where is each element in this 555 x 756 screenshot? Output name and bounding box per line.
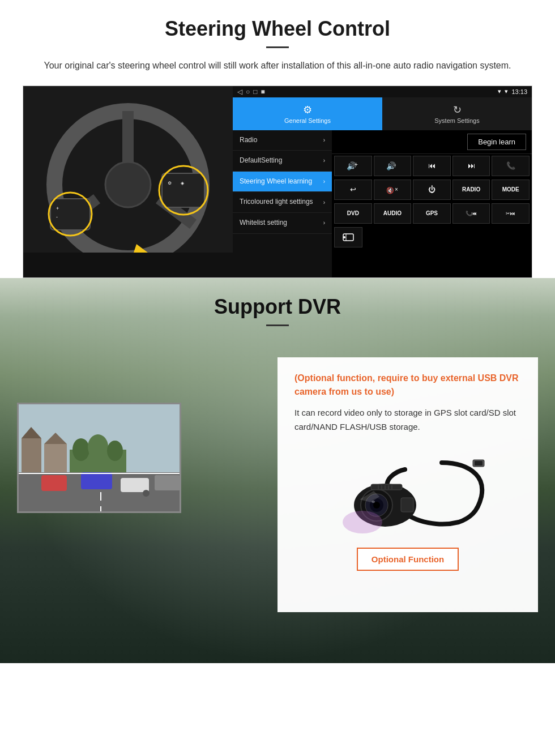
svg-text:×: × <box>395 186 398 193</box>
steering-wheel-image: + - ⚙ ◈ <box>23 86 233 277</box>
menu-radio-label: Radio <box>240 136 257 145</box>
menu-item-radio[interactable]: Radio › <box>233 130 332 151</box>
back-nav-icon: ◁ <box>237 88 242 96</box>
tab-general-label: General Settings <box>284 117 331 124</box>
menu-tricoloured-label: Tricoloured light settings <box>240 198 313 207</box>
svg-point-24 <box>343 236 345 238</box>
svg-rect-41 <box>155 475 180 490</box>
svg-rect-37 <box>121 478 149 492</box>
status-bar: ◁ ○ □ ■ ▾ ▾ 13:13 <box>233 86 532 97</box>
section1-subtitle: Your original car's steering wheel contr… <box>34 58 521 73</box>
extra-btn[interactable] <box>334 227 362 247</box>
mute-btn[interactable]: 🔇× <box>374 180 412 200</box>
svg-text:🔇: 🔇 <box>386 186 394 194</box>
svg-point-31 <box>72 438 89 461</box>
wifi-icon: ▾ <box>505 88 508 95</box>
menu-default-label: DefaultSetting <box>240 156 282 165</box>
tab-general[interactable]: ⚙ General Settings <box>233 97 382 130</box>
svg-text:+: + <box>56 206 59 211</box>
svg-rect-15 <box>23 253 233 277</box>
dvr-camera-illustration <box>294 446 521 548</box>
section2-title: Support DVR <box>0 295 555 319</box>
svg-rect-38 <box>81 472 112 489</box>
tab-system-label: System Settings <box>434 117 479 124</box>
section1-title: Steering Wheel Control <box>23 17 532 41</box>
dvr-info-box: (Optional function, require to buy exter… <box>278 357 538 612</box>
svg-point-48 <box>373 502 380 509</box>
menu-item-default[interactable]: DefaultSetting › <box>233 151 332 172</box>
chevron-right-icon-2: › <box>323 157 325 164</box>
dvr-camera-svg <box>328 451 487 536</box>
menu-steering-label: Steering Wheel learning <box>240 177 312 186</box>
ctrl-row-3: DVD AUDIO GPS 📞⏮ ✂⏭ <box>332 202 532 225</box>
dvr-content-area: (Optional function, require to buy exter… <box>0 335 555 635</box>
svg-rect-36 <box>41 475 67 491</box>
svg-point-57 <box>343 511 382 533</box>
gps-btn[interactable]: GPS <box>413 203 451 224</box>
svg-rect-43 <box>475 461 483 465</box>
svg-rect-56 <box>401 498 413 512</box>
tab-system[interactable]: ↻ System Settings <box>382 97 532 130</box>
svg-text:-: - <box>56 214 58 220</box>
dvr-desc-text: It can record video only to storage in G… <box>294 405 521 434</box>
menu-item-whitelist[interactable]: Whitelist setting › <box>233 213 332 234</box>
dvr-road-svg <box>19 404 181 513</box>
menu-whitelist-label: Whitelist setting <box>240 219 287 228</box>
steering-wheel-section: Steering Wheel Control Your original car… <box>0 0 555 278</box>
system-icon: ↻ <box>453 104 462 116</box>
panel-body: Radio › DefaultSetting › Steering Wheel … <box>233 130 532 277</box>
power-btn[interactable]: ⏻ <box>413 180 451 200</box>
svg-text:⚙: ⚙ <box>168 181 172 186</box>
dvr-thumbnail <box>17 403 181 513</box>
menu-column: Radio › DefaultSetting › Steering Wheel … <box>233 130 332 277</box>
phone-btn[interactable]: 📞 <box>492 156 530 176</box>
chevron-right-icon-5: › <box>323 219 325 227</box>
svg-point-32 <box>88 434 108 459</box>
gear-icon: ⚙ <box>303 104 312 116</box>
begin-learn-row: Begin learn <box>332 130 532 154</box>
mode-btn[interactable]: MODE <box>492 180 530 200</box>
menu-nav-icon: ■ <box>261 88 265 96</box>
steering-wheel-svg: + - ⚙ ◈ <box>23 86 233 277</box>
signal-icon: ▾ <box>498 88 501 95</box>
chevron-right-icon: › <box>323 136 325 144</box>
ctrl-row-1: 🔊+ 🔊- ⏮ ⏭ 📞 <box>332 154 532 178</box>
vol-down-btn[interactable]: 🔊- <box>374 156 412 176</box>
hangup-btn[interactable]: ↩ <box>334 180 372 200</box>
dvd-btn[interactable]: DVD <box>334 203 372 224</box>
ctrl-row-4 <box>332 225 532 249</box>
audio-btn[interactable]: AUDIO <box>374 203 412 224</box>
dvr-left-area <box>0 346 272 524</box>
vol-up-btn[interactable]: 🔊+ <box>334 156 372 176</box>
home-nav-icon: ○ <box>246 88 250 96</box>
svg-point-33 <box>107 441 123 461</box>
next-track-btn[interactable]: ⏭ <box>452 156 490 176</box>
dvr-section: Support DVR <box>0 278 555 663</box>
optional-function-button[interactable]: Optional Function <box>357 548 459 571</box>
svg-rect-26 <box>22 438 41 472</box>
android-settings-panel: ◁ ○ □ ■ ▾ ▾ 13:13 ⚙ General Settings ↻ S… <box>233 86 532 277</box>
svg-text:+: + <box>355 161 358 168</box>
section1-divider <box>266 46 289 48</box>
clock: 13:13 <box>511 88 527 95</box>
sw-ui-container: + - ⚙ ◈ ◁ ○ □ ■ <box>23 86 532 278</box>
menu-item-steering[interactable]: Steering Wheel learning › <box>233 172 332 193</box>
ctrl-row-2: ↩ 🔇× ⏻ RADIO MODE <box>332 178 532 202</box>
svg-rect-50 <box>371 484 402 490</box>
svg-rect-28 <box>44 444 67 472</box>
dvr-right-area: (Optional function, require to buy exter… <box>272 346 555 623</box>
prev-track-btn[interactable]: ⏮ <box>413 156 451 176</box>
recent-nav-icon: □ <box>253 88 257 96</box>
section2-divider <box>266 324 289 326</box>
chevron-right-icon-4: › <box>323 199 325 206</box>
svg-point-39 <box>143 490 150 497</box>
controls-column: Begin learn 🔊+ 🔊- ⏮ ⏭ 📞 <box>332 130 532 277</box>
cut-next-btn[interactable]: ✂⏭ <box>492 203 530 224</box>
begin-learn-button[interactable]: Begin learn <box>467 134 526 150</box>
phone-prev-btn[interactable]: 📞⏮ <box>452 203 490 224</box>
radio-btn[interactable]: RADIO <box>452 180 490 200</box>
menu-item-tricoloured[interactable]: Tricoloured light settings › <box>233 192 332 213</box>
chevron-right-icon-3: › <box>323 178 325 185</box>
svg-rect-9 <box>162 173 204 207</box>
section2-title-area: Support DVR <box>0 278 555 335</box>
